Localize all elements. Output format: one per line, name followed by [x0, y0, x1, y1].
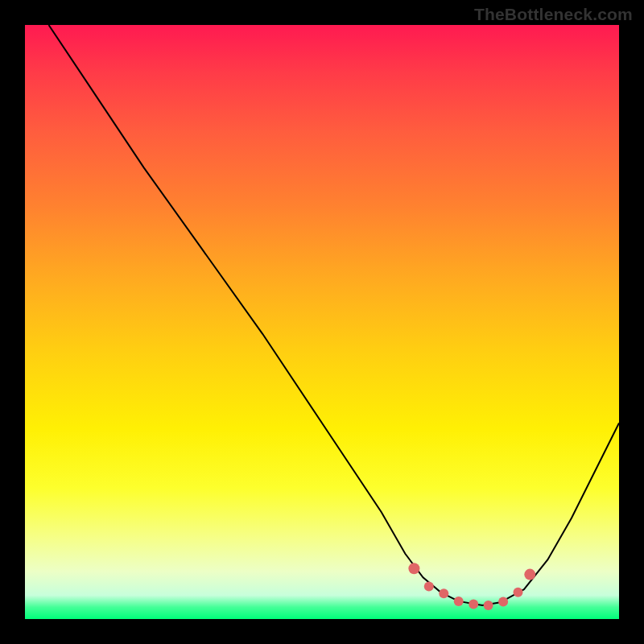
- marker-dot: [408, 563, 419, 574]
- marker-dot: [498, 597, 508, 607]
- bottleneck-curve: [25, 25, 619, 619]
- marker-dot: [469, 600, 478, 609]
- marker-dot: [524, 569, 535, 580]
- watermark-text: TheBottleneck.com: [474, 5, 633, 24]
- marker-dot: [454, 597, 464, 606]
- marker-dot: [439, 588, 448, 598]
- marker-dot: [424, 581, 434, 591]
- marker-dot: [514, 588, 523, 597]
- minimum-markers: [25, 25, 619, 619]
- chart-plot-area: [25, 25, 619, 619]
- marker-dot: [484, 601, 493, 610]
